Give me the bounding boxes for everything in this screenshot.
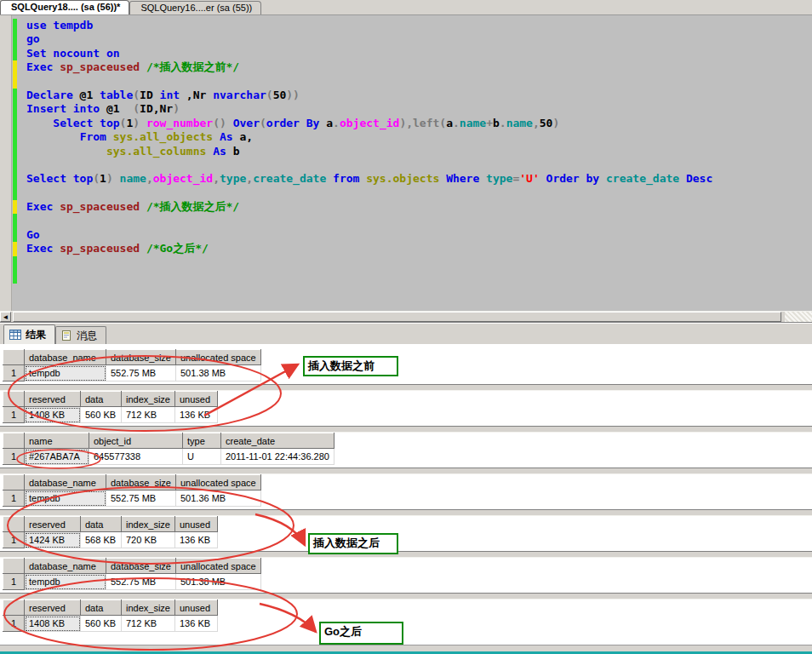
code-line[interactable]	[0, 158, 812, 172]
grid-corner-cell[interactable]	[3, 475, 25, 490]
grid-column-header[interactable]: database_size	[106, 559, 176, 574]
grid-column-header[interactable]: reserved	[25, 600, 81, 616]
code-line[interactable]: Declare @1 table(ID int ,Nr nvarchar(50)…	[0, 89, 812, 102]
grid-column-header[interactable]: unallocated space	[176, 559, 261, 574]
row-number-cell[interactable]: 1	[3, 616, 25, 632]
grid-column-header[interactable]: database_size	[106, 475, 176, 490]
row-number-cell[interactable]: 1	[3, 490, 25, 507]
grid-cell[interactable]: 712 KB	[122, 407, 175, 423]
grid-cell[interactable]: 2011-11-01 22:44:36.280	[221, 449, 335, 465]
grid-cell[interactable]: 1408 KB	[25, 616, 81, 632]
grid-cell[interactable]: 552.75 MB	[106, 574, 176, 590]
grid-column-header[interactable]: type	[183, 433, 221, 449]
grid-column-header[interactable]: create_date	[221, 433, 335, 449]
grid-cell[interactable]: 501.36 MB	[176, 490, 261, 507]
grid-column-header[interactable]: database_name	[25, 559, 106, 574]
code-line[interactable]: Go	[0, 228, 812, 242]
grid-splitter[interactable]	[0, 551, 812, 558]
code-line[interactable]	[0, 186, 812, 200]
grid-cell[interactable]: U	[183, 449, 221, 465]
code-line[interactable]: sys.all_columns As b	[0, 145, 812, 158]
grid-column-header[interactable]: data	[81, 517, 122, 532]
scrollbar-thumb[interactable]	[13, 312, 781, 322]
editor-horizontal-scrollbar[interactable]: ◄	[0, 311, 812, 323]
grid-cell[interactable]: 560 KB	[81, 407, 122, 423]
row-number-cell[interactable]: 1	[3, 449, 25, 465]
grid-column-header[interactable]: object_id	[89, 433, 183, 449]
tab-messages[interactable]: 消息	[55, 326, 106, 344]
grid-cell[interactable]: 645577338	[89, 449, 183, 465]
grid-column-header[interactable]: database_name	[25, 350, 106, 365]
code-line[interactable]	[0, 75, 812, 89]
grid-corner-cell[interactable]	[3, 392, 25, 407]
grid-column-header[interactable]: index_size	[122, 517, 175, 532]
code-line[interactable]: Select top(1) name,object_id,type,create…	[0, 172, 812, 186]
tab-results[interactable]: 结果	[3, 324, 55, 344]
code-line[interactable]	[0, 214, 812, 227]
grid-corner-cell[interactable]	[3, 350, 25, 365]
grid-corner-cell[interactable]	[3, 433, 25, 449]
code-line[interactable]: use tempdb	[0, 19, 812, 32]
code-line[interactable]	[0, 256, 812, 270]
grid-corner-cell[interactable]	[3, 517, 25, 532]
grid-cell[interactable]: 1408 KB	[25, 407, 81, 423]
grid-column-header[interactable]: database_name	[25, 475, 106, 490]
grid-splitter[interactable]	[0, 384, 812, 391]
grid-column-header[interactable]: data	[81, 392, 122, 407]
code-line[interactable]: From sys.all_objects As a,	[0, 130, 812, 144]
grid-column-header[interactable]: reserved	[25, 392, 81, 407]
grid-cell[interactable]: #267ABA7A	[25, 449, 89, 465]
grid-splitter[interactable]	[0, 468, 812, 474]
grid-cell[interactable]: 720 KB	[122, 532, 175, 548]
grid-corner-cell[interactable]	[3, 559, 25, 574]
grid-column-header[interactable]: data	[81, 600, 122, 616]
grid-cell[interactable]: tempdb	[25, 490, 106, 507]
sql-code-editor[interactable]: use tempdbgoSet nocount onExec sp_spaceu…	[0, 15, 812, 311]
code-line[interactable]: Exec sp_spaceused /*Go之后*/	[0, 242, 812, 255]
row-number-cell[interactable]: 1	[3, 532, 25, 548]
grid-cell[interactable]: 568 KB	[81, 532, 122, 548]
grid-cell[interactable]: 136 KB	[175, 407, 218, 423]
grid-splitter[interactable]	[0, 509, 812, 516]
code-line[interactable]: Exec sp_spaceused /*插入数据之前*/	[0, 60, 812, 74]
code-line[interactable]	[0, 270, 812, 284]
grid-column-header[interactable]: unallocated space	[176, 475, 261, 490]
grid-cell[interactable]: tempdb	[25, 574, 106, 590]
grid-cell[interactable]: 552.75 MB	[106, 490, 176, 507]
grid-column-header[interactable]: database_size	[106, 350, 176, 365]
grid-column-header[interactable]: reserved	[25, 517, 81, 532]
grid-column-header[interactable]: unallocated space	[176, 350, 261, 365]
result-grid: reserveddataindex_sizeunused11408 KB560 …	[0, 600, 812, 633]
scroll-left-arrow-icon[interactable]: ◄	[0, 312, 11, 322]
grid-cell[interactable]: 136 KB	[175, 616, 218, 632]
row-number-cell[interactable]: 1	[3, 407, 25, 423]
code-line[interactable]: Select top(1) row_number() Over(order By…	[0, 117, 812, 130]
grid-cell[interactable]: 501.38 MB	[176, 574, 261, 590]
code-token: 'U'	[519, 172, 539, 185]
code-line[interactable]: go	[0, 32, 812, 46]
grid-column-header[interactable]: index_size	[122, 392, 175, 407]
grid-cell[interactable]: 501.38 MB	[176, 365, 261, 382]
row-number-cell[interactable]: 1	[3, 574, 25, 590]
grid-column-header[interactable]: index_size	[122, 600, 175, 616]
grid-column-header[interactable]: name	[25, 433, 89, 449]
tab-sqlquery16[interactable]: SQLQuery16....er (sa (55))	[129, 1, 261, 14]
grid-cell[interactable]: 712 KB	[122, 616, 175, 632]
grid-corner-cell[interactable]	[3, 600, 25, 616]
grid-column-header[interactable]: unused	[175, 517, 218, 532]
grid-splitter[interactable]	[0, 426, 812, 433]
grid-splitter[interactable]	[0, 593, 812, 600]
grid-column-header[interactable]: unused	[175, 392, 218, 407]
grid-cell[interactable]: 1424 KB	[25, 532, 81, 548]
code-line[interactable]: Insert into @1 (ID,Nr)	[0, 102, 812, 116]
code-line[interactable]: Exec sp_spaceused /*插入数据之后*/	[0, 200, 812, 214]
grid-column-header[interactable]: unused	[175, 600, 218, 616]
grid-cell[interactable]: tempdb	[25, 365, 106, 382]
grid-cell[interactable]: 552.75 MB	[106, 365, 176, 382]
grid-cell[interactable]: 560 KB	[81, 616, 122, 632]
row-number-cell[interactable]: 1	[3, 365, 25, 382]
grid-cell[interactable]: 136 KB	[175, 532, 218, 548]
tab-sqlquery18[interactable]: SQLQuery18.... (sa (56))*	[0, 0, 129, 14]
code-line[interactable]: Set nocount on	[0, 47, 812, 60]
table-row: 11408 KB560 KB712 KB136 KB	[3, 407, 218, 423]
